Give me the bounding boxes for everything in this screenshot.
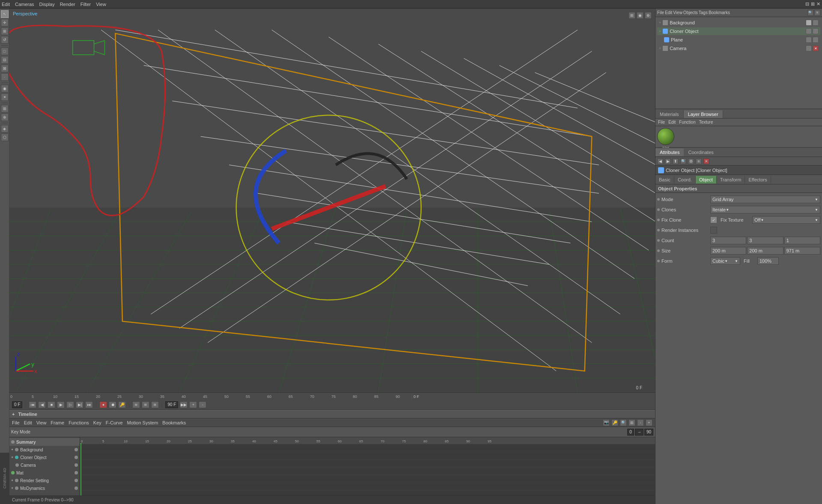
- track-expand-rs[interactable]: +: [11, 478, 13, 483]
- object-tab[interactable]: Object: [696, 176, 717, 184]
- track-expand-md[interactable]: +: [11, 486, 13, 490]
- frame-count-btn[interactable]: +: [189, 401, 197, 408]
- plugin-1-btn[interactable]: ◈: [1, 125, 9, 133]
- cloner-en-btn[interactable]: [813, 28, 819, 34]
- size-x[interactable]: 200 m: [710, 247, 746, 255]
- bg-visibility[interactable]: [74, 448, 78, 451]
- expand-icon[interactable]: +: [12, 412, 15, 417]
- obj-item-plane[interactable]: Plane: [657, 36, 820, 44]
- obj-item-background[interactable]: + Background: [657, 19, 820, 27]
- track-expand-bg[interactable]: +: [11, 448, 13, 452]
- obj-layers-icon[interactable]: ≡: [814, 10, 820, 16]
- mat-item-mat[interactable]: Mat: [657, 128, 674, 150]
- light-btn[interactable]: ☀: [1, 93, 9, 101]
- tl-current-frame[interactable]: 0: [627, 429, 634, 436]
- attr-nav-search-btn[interactable]: 🔍: [680, 158, 686, 164]
- fixclone-checkbox[interactable]: ✓: [710, 216, 717, 223]
- cam-expand-icon[interactable]: +: [659, 46, 661, 50]
- bg-expand-icon[interactable]: +: [659, 21, 661, 25]
- attr-nav-close-btn[interactable]: ✕: [703, 158, 709, 164]
- plane-vis-btn[interactable]: [806, 37, 812, 43]
- rotate-tool-btn[interactable]: ↺: [1, 36, 9, 44]
- obj-bookmarks-menu[interactable]: Bookmarks: [709, 10, 730, 15]
- plane-en-btn[interactable]: [813, 37, 819, 43]
- tl-bookmarks-menu[interactable]: Bookmarks: [162, 420, 186, 425]
- rs-visibility[interactable]: [74, 479, 78, 482]
- cam-en-btn[interactable]: ✕: [813, 45, 819, 51]
- tl-file-menu[interactable]: File: [12, 420, 20, 425]
- mat-function-menu[interactable]: Function: [679, 120, 695, 125]
- tl-key-icon[interactable]: 🔑: [611, 419, 618, 426]
- mode-value[interactable]: Grid Array: [710, 196, 820, 203]
- tl-functions-menu[interactable]: Functions: [68, 420, 89, 425]
- next-frame-btn[interactable]: ▶|: [76, 401, 83, 408]
- obj-file-menu[interactable]: File: [657, 10, 664, 15]
- tl-expand-icon[interactable]: ⊞: [628, 419, 635, 426]
- menu-filter[interactable]: Filter: [80, 2, 91, 7]
- form-value[interactable]: Cubic ▼: [710, 257, 740, 265]
- tl-view-menu[interactable]: View: [36, 420, 47, 425]
- tl-motion-menu[interactable]: Motion System: [127, 420, 158, 425]
- tl-key-menu[interactable]: Key: [93, 420, 101, 425]
- obj-edit-menu[interactable]: Edit: [665, 10, 672, 15]
- stop-btn[interactable]: ■: [48, 401, 55, 408]
- size-y[interactable]: 200 m: [747, 247, 783, 255]
- cursor-tool-btn[interactable]: ↖: [1, 10, 9, 18]
- mat-file-menu[interactable]: File: [658, 120, 665, 125]
- attr-nav-up-btn[interactable]: ⬆: [673, 158, 679, 164]
- frame-rate-btn[interactable]: ▶▶: [180, 401, 188, 408]
- clones-value[interactable]: Iterate ▼: [710, 206, 820, 213]
- auto-record-btn[interactable]: ⏺: [109, 401, 116, 408]
- effectors-tab[interactable]: Effectors: [745, 176, 771, 184]
- bg-enable-btn[interactable]: [813, 20, 819, 26]
- tl-plus-icon[interactable]: +: [646, 419, 652, 426]
- transform-tab[interactable]: Transform: [717, 176, 745, 184]
- play-btn[interactable]: ▶: [57, 401, 65, 408]
- set-key-btn[interactable]: 🔑: [118, 401, 126, 408]
- maximize-icon[interactable]: ⊞: [811, 1, 815, 7]
- mat-edit-menu[interactable]: Edit: [668, 120, 676, 125]
- cloner-expand-icon[interactable]: +: [659, 29, 661, 33]
- go-start-btn[interactable]: ⏮: [29, 401, 36, 408]
- viewport[interactable]: Perspective: [9, 9, 655, 393]
- tl-search-icon[interactable]: 🔍: [620, 419, 627, 426]
- motion3-btn[interactable]: ≋: [151, 401, 159, 408]
- obj-objects-menu[interactable]: Objects: [683, 10, 698, 15]
- minimize-icon[interactable]: ⊟: [805, 1, 809, 7]
- fill-value[interactable]: 100%: [757, 257, 779, 265]
- attr-nav-back-btn[interactable]: ◀: [657, 158, 663, 164]
- tl-camera-icon[interactable]: 📷: [603, 419, 610, 426]
- attr-nav-gear-btn[interactable]: ⚙: [688, 158, 694, 164]
- layer-browser-tab[interactable]: Layer Browser: [684, 110, 723, 118]
- menu-view[interactable]: View: [96, 2, 106, 7]
- coord-tab[interactable]: Coord.: [674, 176, 696, 184]
- count-x[interactable]: 3: [710, 237, 746, 244]
- minus-btn[interactable]: -: [199, 401, 206, 408]
- go-end-btn[interactable]: ⏭: [85, 401, 93, 408]
- grid-tool-btn[interactable]: ⊞: [1, 105, 9, 113]
- count-y[interactable]: 3: [747, 237, 783, 244]
- attributes-tab[interactable]: Attributes: [655, 148, 684, 156]
- menu-render[interactable]: Render: [60, 2, 75, 7]
- md-visibility[interactable]: [74, 486, 78, 490]
- coordinates-tab[interactable]: Coordinates: [684, 148, 718, 156]
- prev-frame-btn[interactable]: ◀: [38, 401, 46, 408]
- track-expand-cloner[interactable]: +: [11, 455, 13, 460]
- attr-nav-list-btn[interactable]: ≡: [696, 158, 702, 164]
- viewport-nav-btn-3[interactable]: ⊕: [645, 12, 652, 19]
- renderinst-checkbox[interactable]: [710, 227, 717, 234]
- cam-visibility[interactable]: [74, 463, 78, 467]
- tl-frame-menu[interactable]: Frame: [51, 420, 64, 425]
- menu-cameras[interactable]: Cameras: [15, 2, 34, 7]
- obj-item-cloner[interactable]: + Cloner Object: [657, 27, 820, 35]
- polygon-mode-btn[interactable]: ⊠: [1, 65, 9, 72]
- fixtex-value[interactable]: Off ▼: [752, 216, 820, 224]
- plugin-2-btn[interactable]: ⬡: [1, 133, 9, 141]
- start-frame-display[interactable]: 0 F: [12, 401, 22, 408]
- scale-tool-btn[interactable]: ⊞: [1, 27, 9, 35]
- viewport-nav-btn-2[interactable]: ◉: [637, 12, 643, 19]
- snap-tool-btn[interactable]: ⊕: [1, 113, 9, 121]
- move-tool-btn[interactable]: ✛: [1, 19, 9, 27]
- object-mode-btn[interactable]: □: [1, 47, 9, 55]
- obj-view-menu[interactable]: View: [673, 10, 682, 15]
